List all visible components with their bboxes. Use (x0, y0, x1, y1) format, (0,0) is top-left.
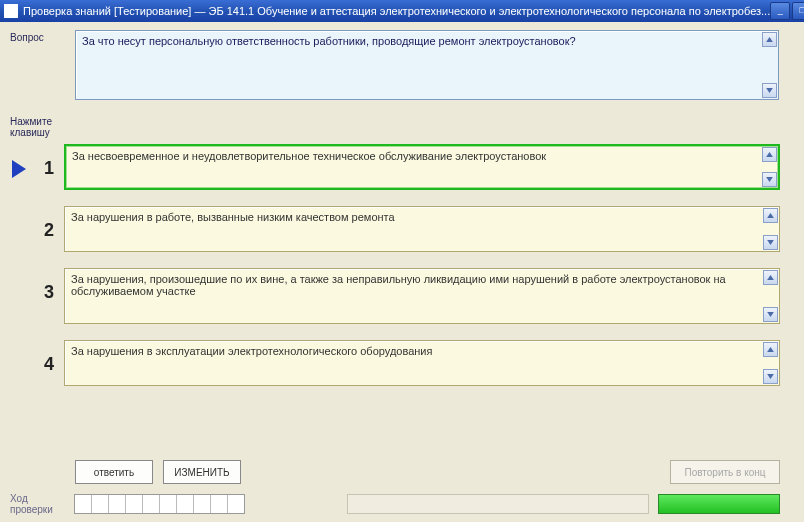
answer-row: 2 За нарушения в работе, вызванные низки… (34, 206, 780, 252)
minimize-button[interactable]: _ (770, 2, 790, 20)
svg-marker-4 (767, 213, 774, 218)
answer-number: 4 (34, 340, 64, 375)
scroll-up-icon[interactable] (762, 147, 777, 162)
scroll-up-icon[interactable] (763, 342, 778, 357)
cancel-button[interactable]: ИЗМЕНИТЬ (163, 460, 241, 484)
progress-cell (126, 495, 143, 513)
client-area: Вопрос За что несут персональную ответст… (0, 22, 804, 522)
progress-cell (194, 495, 211, 513)
scroll-down-icon[interactable] (763, 307, 778, 322)
scroll-down-icon[interactable] (762, 83, 777, 98)
scroll-down-icon[interactable] (762, 172, 777, 187)
svg-marker-0 (766, 37, 773, 42)
svg-marker-8 (767, 347, 774, 352)
svg-marker-5 (767, 240, 774, 245)
repeat-later-button[interactable]: Повторить в конц (670, 460, 780, 484)
answer-option-2[interactable]: За нарушения в работе, вызванные низким … (64, 206, 780, 252)
progress-cell (143, 495, 160, 513)
answer-row: 1 За несвоевременное и неудовлетворитель… (34, 144, 780, 190)
window-titlebar: Проверка знаний [Тестирование] — ЭБ 141.… (0, 0, 804, 22)
answer-text: За несвоевременное и неудовлетворительно… (72, 150, 546, 162)
app-icon (4, 4, 18, 18)
window-title: Проверка знаний [Тестирование] — ЭБ 141.… (23, 5, 770, 17)
svg-marker-1 (766, 88, 773, 93)
progress-cells (74, 494, 245, 514)
svg-marker-2 (766, 152, 773, 157)
progress-cell (75, 495, 92, 513)
answer-text: За нарушения в эксплуатации электротехно… (71, 345, 432, 357)
answer-row: 3 За нарушения, произошедшие по их вине,… (34, 268, 780, 324)
answer-option-3[interactable]: За нарушения, произошедшие по их вине, а… (64, 268, 780, 324)
progress-label: Ход проверки (10, 493, 66, 515)
svg-marker-3 (766, 177, 773, 182)
answer-text: За нарушения, произошедшие по их вине, а… (71, 273, 726, 297)
status-spacer (347, 494, 649, 514)
answers-hint-label: Нажмите клавишу (10, 116, 65, 138)
answer-option-4[interactable]: За нарушения в эксплуатации электротехно… (64, 340, 780, 386)
svg-marker-6 (767, 275, 774, 280)
scroll-down-icon[interactable] (763, 235, 778, 250)
progress-cell (177, 495, 194, 513)
progress-cell (228, 495, 244, 513)
svg-marker-9 (767, 374, 774, 379)
current-pointer-icon (12, 160, 26, 178)
progress-cell (92, 495, 109, 513)
progress-cell (109, 495, 126, 513)
answer-number: 2 (34, 206, 64, 241)
question-text: За что несут персональную ответственност… (82, 35, 576, 47)
confirm-button[interactable]: ответить (75, 460, 153, 484)
answer-number: 1 (34, 144, 64, 179)
answer-text: За нарушения в работе, вызванные низким … (71, 211, 395, 223)
answer-row: 4 За нарушения в эксплуатации электротех… (34, 340, 780, 386)
scroll-up-icon[interactable] (763, 208, 778, 223)
scroll-up-icon[interactable] (763, 270, 778, 285)
question-box: За что несут персональную ответственност… (75, 30, 779, 100)
progress-cell (160, 495, 177, 513)
question-label: Вопрос (10, 32, 65, 43)
answer-number: 3 (34, 268, 64, 303)
time-bar (658, 494, 780, 514)
svg-marker-7 (767, 312, 774, 317)
maximize-button[interactable]: □ (792, 2, 804, 20)
answer-option-1[interactable]: За несвоевременное и неудовлетворительно… (64, 144, 780, 190)
scroll-up-icon[interactable] (762, 32, 777, 47)
progress-cell (211, 495, 228, 513)
scroll-down-icon[interactable] (763, 369, 778, 384)
